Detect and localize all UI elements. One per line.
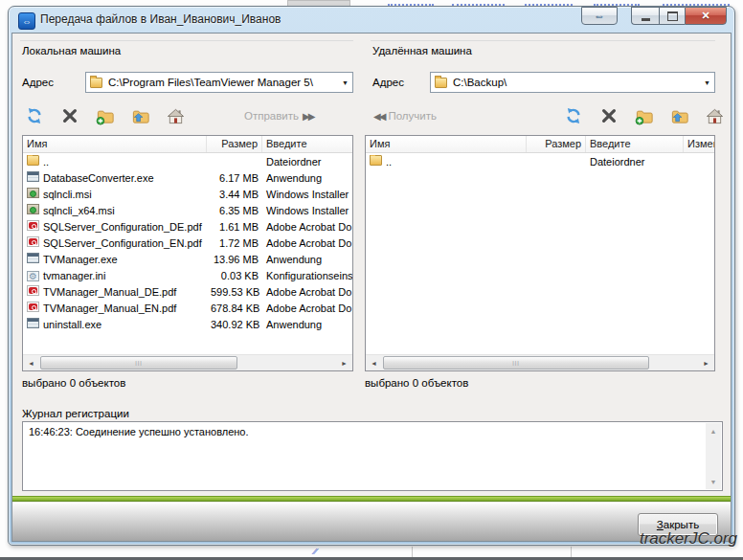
file-name-cell: SQLServer_Configuration_EN.pdf [23,236,207,249]
file-row[interactable]: sqlncli.msi3.44 MBWindows Installer [23,186,352,202]
file-row[interactable]: TVManager_Manual_DE.pdf599.53 KBAdobe Ac… [23,283,352,300]
refresh-button[interactable] [24,106,44,126]
file-row[interactable]: uninstall.exe340.92 KBAnwendung [23,316,352,332]
file-name-cell: .. [23,155,207,168]
minimize-button[interactable] [631,7,659,25]
file-type-cell: Windows Installer [262,205,352,216]
file-name-cell: sqlncli_x64.msi [23,204,207,216]
chevron-down-icon[interactable]: ▼ [700,79,710,86]
chevron-down-icon[interactable]: ▼ [338,79,349,86]
double-arrow-right-icon: ▶▶ [303,111,313,122]
file-name-cell: tvmanager.ini [23,269,207,281]
maximize-button[interactable] [659,7,685,25]
file-type-cell: Anwendung [262,254,352,265]
scroll-right-icon[interactable]: ► [698,355,714,370]
divider [371,40,715,41]
scroll-down-icon[interactable]: ▼ [706,474,721,489]
column-header[interactable]: Имя [23,136,207,152]
log-vertical-scrollbar[interactable]: ▲ ▼ [706,423,721,489]
refresh-icon [565,107,582,124]
local-horizontal-scrollbar[interactable]: ◄ ► [23,354,352,370]
parent-folder-button[interactable] [130,106,150,126]
scroll-up-icon[interactable]: ▲ [706,423,721,438]
send-button[interactable]: Отправить ▶▶ [244,110,317,122]
msi-icon [27,188,39,198]
scrollbar-thumb[interactable] [383,356,649,370]
divider [20,40,353,41]
new-folder-button[interactable] [634,106,654,126]
file-size-cell: 0.03 KB [207,270,262,281]
remote-address-label: Адрес [372,77,404,88]
file-type-cell: Windows Installer [262,189,352,200]
file-name-cell: TVManager_Manual_EN.pdf [23,302,207,314]
remote-file-list[interactable]: ИмяРазмерВведитеИзменен ..Dateiordner ◄ … [365,135,715,371]
ini-icon [27,271,39,281]
client-area: Локальная машина Адрес C:\Program Files\… [11,33,732,542]
remote-panel-title: Удалённая машина [372,45,472,56]
desktop-background: ⁄⁄ ⇔ Передача файлов в Иван_Иванович_Ива… [0,0,743,560]
local-panel-title: Локальная машина [22,45,121,56]
file-row[interactable]: TVManager_Manual_EN.pdf678.84 KBAdobe Ac… [23,300,352,316]
file-type-cell: Adobe Acrobat Do [262,237,352,249]
file-row[interactable]: TVManager.exe13.96 MBAnwendung [23,251,352,267]
local-address-combobox[interactable]: C:\Program Files\TeamViewer Manager 5\ ▼ [85,72,353,93]
new-folder-button[interactable] [95,106,115,126]
column-header[interactable]: Имя [366,136,527,152]
log-box[interactable]: 16:46:23: Соединение успешно установлено… [22,421,723,491]
file-type-cell: Dateiordner [586,156,684,168]
file-row[interactable]: SQLServer_Configuration_DE.pdf1.61 MBAdo… [23,218,352,235]
pdf-icon [27,236,39,247]
folder-icon [27,155,39,166]
log-section-title: Журнал регистрации [22,408,129,419]
column-header[interactable]: Размер [527,136,586,152]
folder-icon [90,78,102,88]
column-header[interactable]: Введите [262,136,352,152]
scroll-left-icon[interactable]: ◄ [23,355,39,370]
delete-button[interactable] [598,106,619,126]
pdf-icon [27,302,39,312]
file-row[interactable]: ..Dateiordner [23,153,352,169]
remote-address-combobox[interactable]: C:\Backup\ ▼ [430,72,715,93]
file-row[interactable]: DatabaseConverter.exe6.17 MBAnwendung [23,169,352,186]
session-arrows-button[interactable]: ⇔ [581,7,618,25]
refresh-button[interactable] [563,106,583,126]
file-row[interactable]: sqlncli_x64.msi6.35 MBWindows Installer [23,202,352,218]
background-artifact [571,547,572,557]
parent-folder-button[interactable] [669,106,689,126]
column-header[interactable]: Введите [586,136,684,152]
progress-bar [12,496,731,502]
file-name-cell: SQLServer_Configuration_DE.pdf [23,220,207,233]
receive-label: Получить [388,110,437,122]
file-size-cell: 1.61 MB [207,221,262,233]
column-header[interactable]: Размер [207,136,262,152]
local-file-list[interactable]: ИмяРазмерВведите ..DateiordnerDatabaseCo… [22,135,353,371]
close-window-button[interactable]: ✕ [685,7,727,25]
parent-folder-icon [670,107,688,125]
file-row[interactable]: ..Dateiordner [366,153,714,169]
delete-button[interactable] [59,106,79,126]
file-size-cell: 6.35 MB [207,205,262,216]
home-button[interactable] [705,106,725,126]
scrollbar-thumb[interactable] [40,356,237,370]
remote-horizontal-scrollbar[interactable]: ◄ ► [366,354,714,370]
home-button[interactable] [166,106,186,126]
scroll-right-icon[interactable]: ► [336,355,352,370]
home-icon [706,107,724,125]
file-type-cell: Anwendung [262,172,352,184]
scroll-left-icon[interactable]: ◄ [366,355,382,370]
home-icon [167,107,185,125]
column-header[interactable]: Изменен [684,136,714,152]
new-folder-icon [635,107,653,125]
receive-button[interactable]: ◀◀ Получить [370,110,437,122]
file-size-cell: 678.84 KB [207,302,262,314]
maximize-icon [667,11,678,21]
pdf-icon [27,220,39,231]
file-row[interactable]: SQLServer_Configuration_EN.pdf1.72 MBAdo… [23,235,352,251]
send-label: Отправить [244,110,299,122]
minimize-icon [642,18,650,21]
file-row[interactable]: tvmanager.ini0.03 KBKonfigurationseins [23,267,352,283]
file-name-cell: .. [366,155,527,168]
titlebar[interactable]: ⇔ Передача файлов в Иван_Иванович_Иванов… [9,7,734,33]
local-toolbar [24,104,186,127]
file-name-cell: DatabaseConverter.exe [23,171,207,184]
